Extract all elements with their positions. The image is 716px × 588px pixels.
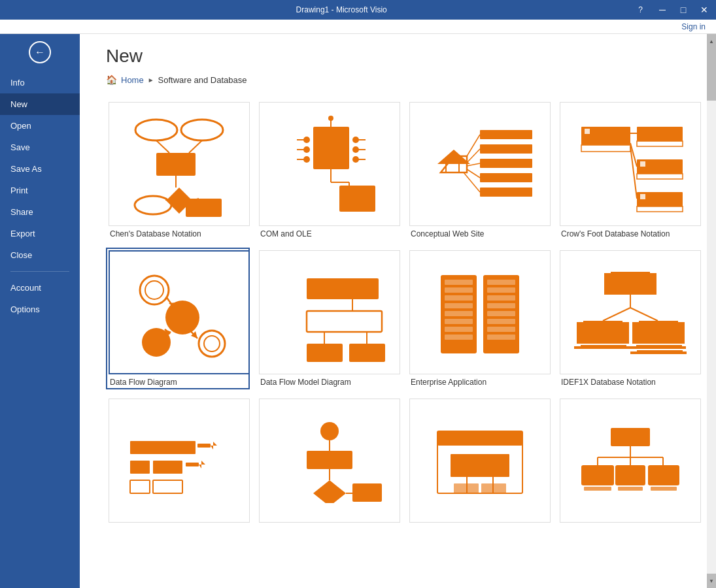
svg-line-96	[603, 308, 630, 321]
svg-rect-2	[156, 153, 196, 176]
svg-point-57	[140, 276, 169, 304]
breadcrumb-current: Software and Database	[158, 75, 247, 85]
template-row3-4[interactable]	[557, 396, 701, 529]
scroll-up-button[interactable]: ▲	[707, 34, 716, 48]
template-crows-foot[interactable]: Crow's Foot Database Notation	[557, 99, 701, 241]
help-button[interactable]: ?	[638, 5, 643, 14]
svg-rect-80	[445, 295, 473, 301]
svg-point-61	[199, 331, 225, 357]
template-enterprise[interactable]: Enterprise Application	[407, 248, 551, 389]
svg-rect-94	[487, 335, 515, 340]
template-thumb-idef1x	[560, 250, 701, 374]
template-label-conceptual: Conceptual Web Site	[409, 229, 548, 238]
sidebar-item-print[interactable]: Print	[0, 180, 80, 201]
templates-grid: Chen's Database Notation	[106, 99, 694, 529]
sidebar-item-options[interactable]: Options	[0, 299, 80, 320]
sidebar-item-close[interactable]: Close	[0, 244, 80, 266]
svg-rect-33	[480, 130, 532, 139]
svg-rect-5	[186, 199, 222, 217]
svg-line-7	[189, 140, 202, 153]
svg-point-58	[145, 281, 163, 299]
breadcrumb: 🏠 Home ► Software and Database	[106, 74, 681, 85]
svg-marker-104	[199, 461, 205, 468]
svg-point-1	[181, 120, 223, 140]
template-chens[interactable]: Chen's Database Notation	[106, 99, 250, 241]
svg-rect-105	[130, 480, 150, 493]
svg-rect-121	[611, 428, 650, 446]
sidebar-item-save[interactable]: Save	[0, 137, 80, 158]
svg-line-39	[467, 149, 480, 163]
scroll-down-button[interactable]: ▼	[707, 574, 716, 588]
svg-rect-119	[454, 483, 479, 493]
svg-rect-18	[339, 186, 375, 212]
svg-rect-81	[445, 303, 473, 308]
svg-rect-79	[445, 287, 473, 293]
svg-rect-54	[637, 206, 683, 212]
svg-rect-129	[651, 487, 677, 491]
svg-rect-83	[445, 319, 473, 324]
template-thumb-row3-2	[259, 399, 400, 523]
svg-rect-92	[487, 319, 515, 324]
template-label-enterprise: Enterprise Application	[409, 378, 548, 387]
template-label-idef1x: IDEF1X Database Notation	[560, 378, 698, 387]
template-data-flow-model[interactable]: Data Flow Model Diagram	[256, 248, 400, 389]
svg-rect-37	[480, 188, 532, 197]
svg-rect-34	[480, 144, 532, 154]
template-label-com-ole: COM and OLE	[259, 229, 398, 238]
svg-rect-84	[445, 327, 473, 332]
template-row3-1[interactable]	[106, 396, 250, 529]
template-thumb-row3-4	[560, 399, 701, 523]
content-header: New 🏠 Home ► Software and Database	[80, 34, 707, 91]
template-thumb-chens	[109, 102, 250, 226]
svg-rect-91	[487, 311, 515, 316]
svg-rect-108	[307, 451, 352, 469]
sidebar-item-info[interactable]: Info	[0, 72, 80, 93]
sidebar-item-saveas[interactable]: Save As	[0, 158, 80, 180]
sidebar: ← Info New Open Save Save As Print Share…	[0, 34, 80, 588]
svg-rect-88	[487, 287, 515, 293]
svg-line-41	[467, 169, 480, 178]
svg-line-97	[630, 308, 658, 321]
breadcrumb-home-link[interactable]: Home	[121, 75, 144, 85]
svg-point-0	[135, 120, 177, 140]
sidebar-item-share[interactable]: Share	[0, 201, 80, 223]
template-idef1x[interactable]: IDEF1X Database Notation	[557, 248, 701, 389]
svg-rect-103	[186, 463, 199, 466]
sidebar-item-new[interactable]: New	[0, 93, 80, 115]
svg-rect-44	[581, 145, 630, 152]
template-thumb-data-flow-model	[259, 250, 400, 374]
svg-point-23	[328, 116, 333, 121]
minimize-button[interactable]: ─	[656, 3, 669, 16]
svg-rect-70	[336, 278, 379, 299]
template-thumb-data-flow	[109, 250, 250, 374]
template-row3-3[interactable]	[407, 396, 551, 529]
svg-rect-99	[197, 444, 211, 448]
back-button[interactable]: ←	[26, 38, 54, 67]
svg-rect-101	[130, 461, 150, 474]
sidebar-item-open[interactable]: Open	[0, 115, 80, 137]
scrollbar[interactable]: ▲ ▼	[707, 34, 716, 588]
maximize-button[interactable]: □	[677, 3, 690, 16]
signin-button[interactable]: Sign in	[681, 22, 716, 31]
back-circle-icon[interactable]: ←	[29, 41, 51, 63]
content-area: New 🏠 Home ► Software and Database	[80, 34, 707, 588]
template-com-ole[interactable]: COM and OLE	[256, 99, 400, 241]
template-thumb-enterprise	[409, 250, 551, 374]
template-data-flow[interactable]: Data Flow Diagram	[106, 248, 250, 389]
svg-rect-82	[445, 311, 473, 316]
template-label-crows-foot: Crow's Foot Database Notation	[560, 229, 698, 238]
svg-rect-110	[352, 483, 382, 502]
signin-strip: Sign in	[0, 20, 716, 34]
svg-rect-120	[481, 483, 506, 493]
svg-rect-50	[637, 174, 683, 179]
close-button[interactable]: ✕	[698, 3, 711, 16]
sidebar-item-account[interactable]: Account	[0, 277, 80, 299]
svg-rect-35	[480, 159, 532, 168]
template-row3-2[interactable]	[256, 396, 400, 529]
sidebar-divider	[10, 271, 69, 272]
template-thumb-com-ole	[259, 102, 400, 226]
scroll-thumb[interactable]	[707, 48, 716, 101]
sidebar-item-export[interactable]: Export	[0, 223, 80, 244]
template-label-chens: Chen's Database Notation	[109, 229, 247, 238]
template-conceptual-web[interactable]: Conceptual Web Site	[407, 99, 551, 241]
